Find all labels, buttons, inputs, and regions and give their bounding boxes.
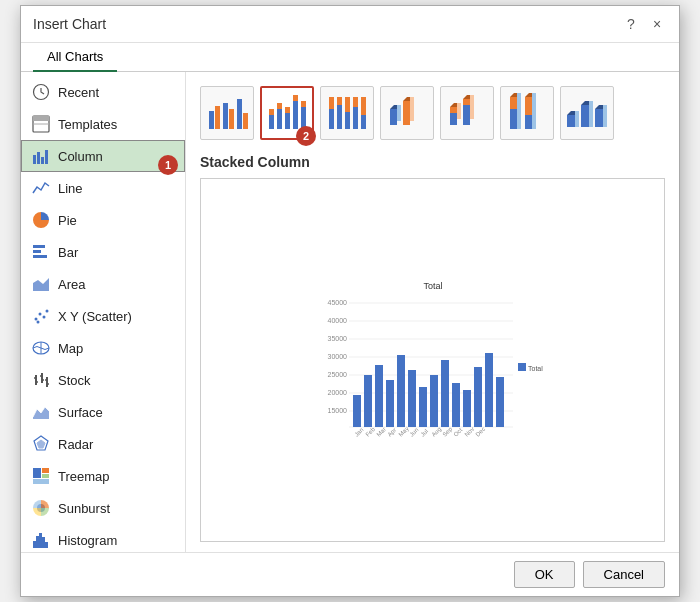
svg-text:40000: 40000 xyxy=(327,317,347,324)
svg-rect-35 xyxy=(33,541,36,548)
svg-rect-9 xyxy=(33,250,41,253)
svg-marker-103 xyxy=(517,93,521,129)
svg-rect-142 xyxy=(441,360,449,427)
subtype-stacked-column[interactable]: 2 xyxy=(260,86,314,140)
sidebar-item-area[interactable]: Area xyxy=(21,268,185,300)
svg-rect-83 xyxy=(353,97,358,107)
svg-rect-143 xyxy=(452,383,460,427)
svg-rect-93 xyxy=(450,107,457,113)
sidebar-item-surface[interactable]: Surface xyxy=(21,396,185,428)
svg-rect-138 xyxy=(397,355,405,427)
sidebar-item-map[interactable]: Map xyxy=(21,332,185,364)
dialog-footer: OK Cancel xyxy=(21,552,679,596)
pie-chart-icon xyxy=(32,211,50,229)
svg-rect-38 xyxy=(42,537,45,548)
svg-rect-105 xyxy=(525,97,532,115)
svg-text:25000: 25000 xyxy=(327,371,347,378)
sidebar-item-sunburst[interactable]: Sunburst xyxy=(21,492,185,524)
sidebar-label-radar: Radar xyxy=(58,437,93,452)
svg-rect-81 xyxy=(345,97,350,112)
svg-rect-77 xyxy=(329,97,334,109)
svg-rect-86 xyxy=(390,109,397,125)
svg-rect-70 xyxy=(285,113,290,129)
svg-point-13 xyxy=(39,313,42,316)
badge-2: 2 xyxy=(296,126,316,146)
sidebar-item-stock[interactable]: Stock xyxy=(21,364,185,396)
svg-rect-7 xyxy=(45,150,48,164)
svg-rect-96 xyxy=(463,105,470,125)
sidebar-item-line[interactable]: Line xyxy=(21,172,185,204)
sidebar-label-map: Map xyxy=(58,341,83,356)
svg-rect-32 xyxy=(42,474,49,478)
sidebar-label-pie: Pie xyxy=(58,213,77,228)
sidebar-label-bar: Bar xyxy=(58,245,78,260)
svg-rect-66 xyxy=(269,115,274,129)
svg-marker-99 xyxy=(470,95,474,119)
tab-all-charts[interactable]: All Charts xyxy=(33,43,117,72)
subtype-3d-100-stacked-column[interactable] xyxy=(500,86,554,140)
cancel-button[interactable]: Cancel xyxy=(583,561,665,588)
insert-chart-dialog: Insert Chart ? × All Charts Recent xyxy=(20,5,680,597)
sidebar-item-treemap[interactable]: Treemap xyxy=(21,460,185,492)
svg-marker-91 xyxy=(410,97,414,121)
svg-rect-2 xyxy=(33,116,49,121)
svg-point-15 xyxy=(46,310,49,313)
svg-point-12 xyxy=(35,318,38,321)
sidebar-label-recent: Recent xyxy=(58,85,99,100)
svg-text:30000: 30000 xyxy=(327,353,347,360)
svg-rect-134 xyxy=(353,395,361,427)
svg-rect-89 xyxy=(403,101,410,125)
svg-text:Total: Total xyxy=(528,365,543,372)
subtype-clustered-column[interactable] xyxy=(200,86,254,140)
main-panel: 2 xyxy=(186,72,679,552)
sidebar-label-surface: Surface xyxy=(58,405,103,420)
sidebar-item-recent[interactable]: Recent xyxy=(21,76,185,108)
svg-point-14 xyxy=(43,316,46,319)
svg-rect-72 xyxy=(293,101,298,129)
sidebar-label-treemap: Treemap xyxy=(58,469,110,484)
sidebar: Recent Templates Co xyxy=(21,72,186,552)
sidebar-item-scatter[interactable]: X Y (Scatter) xyxy=(21,300,185,332)
svg-text:Total: Total xyxy=(423,281,442,291)
subtype-100-stacked-column[interactable] xyxy=(320,86,374,140)
sidebar-label-area: Area xyxy=(58,277,85,292)
sidebar-item-column[interactable]: Column 1 xyxy=(21,140,185,172)
histogram-chart-icon xyxy=(32,531,50,549)
svg-rect-36 xyxy=(36,536,39,548)
map-chart-icon xyxy=(32,339,50,357)
radar-chart-icon xyxy=(32,435,50,453)
sidebar-item-bar[interactable]: Bar xyxy=(21,236,185,268)
svg-rect-71 xyxy=(285,107,290,113)
svg-rect-67 xyxy=(269,109,274,115)
svg-rect-92 xyxy=(450,113,457,125)
svg-rect-62 xyxy=(223,103,228,129)
svg-rect-68 xyxy=(277,109,282,129)
svg-marker-110 xyxy=(575,111,579,127)
scatter-chart-icon xyxy=(32,307,50,325)
subtype-3d-clustered-column[interactable] xyxy=(380,86,434,140)
sidebar-item-templates[interactable]: Templates xyxy=(21,108,185,140)
svg-rect-39 xyxy=(45,542,48,548)
svg-text:15000: 15000 xyxy=(327,407,347,414)
svg-marker-107 xyxy=(532,93,536,129)
subtype-3d-column[interactable] xyxy=(560,86,614,140)
svg-rect-37 xyxy=(39,533,42,548)
sidebar-item-histogram[interactable]: Histogram xyxy=(21,524,185,552)
svg-rect-108 xyxy=(567,115,575,127)
svg-rect-79 xyxy=(337,97,342,105)
sidebar-label-line: Line xyxy=(58,181,83,196)
title-bar: Insert Chart ? × xyxy=(21,6,679,43)
help-button[interactable]: ? xyxy=(621,14,641,34)
ok-button[interactable]: OK xyxy=(514,561,575,588)
svg-rect-135 xyxy=(364,375,372,427)
sidebar-label-column: Column xyxy=(58,149,103,164)
tabs-row: All Charts xyxy=(21,43,679,72)
svg-rect-69 xyxy=(277,103,282,109)
sidebar-item-pie[interactable]: Pie xyxy=(21,204,185,236)
sidebar-item-radar[interactable]: Radar xyxy=(21,428,185,460)
area-chart-icon xyxy=(32,275,50,293)
svg-rect-97 xyxy=(463,99,470,105)
sidebar-label-sunburst: Sunburst xyxy=(58,501,110,516)
close-button[interactable]: × xyxy=(647,14,667,34)
subtype-3d-stacked-column[interactable] xyxy=(440,86,494,140)
